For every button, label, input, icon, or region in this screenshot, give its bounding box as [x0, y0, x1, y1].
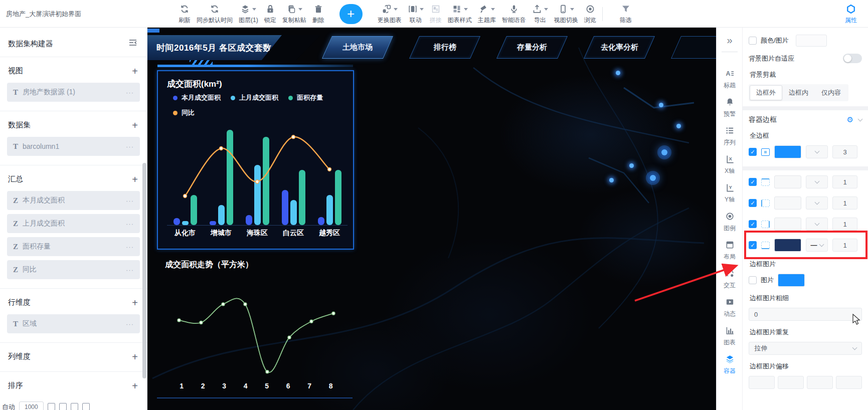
- toolbar-filter-button[interactable]: 筛选: [617, 3, 635, 25]
- dropdown-caret-icon[interactable]: [252, 8, 256, 13]
- toolbar-preview-button[interactable]: 浏览: [581, 3, 599, 25]
- toolbar-lock-button[interactable]: 锁定: [261, 3, 279, 25]
- sidebar-collapse-icon[interactable]: [128, 38, 138, 50]
- border-color-swatch[interactable]: [774, 239, 801, 252]
- field-menu-button[interactable]: ···: [126, 220, 134, 228]
- panel-nav-alert[interactable]: 预警: [717, 97, 743, 118]
- section-add-button[interactable]: +: [132, 175, 138, 183]
- toolbar-layers-button[interactable]: 图层(1): [236, 3, 261, 25]
- dropdown-caret-icon[interactable]: [544, 8, 548, 13]
- field-pill[interactable]: Z本月成交面积···: [7, 191, 140, 210]
- toolbar-smart-voice-button[interactable]: 智能语音: [499, 3, 529, 25]
- legend-item[interactable]: 同比: [173, 108, 195, 117]
- panel-collapse-button[interactable]: »: [717, 35, 743, 46]
- panel-nav-legend[interactable]: 图例: [717, 212, 743, 233]
- gear-icon[interactable]: ⚙: [847, 115, 853, 124]
- section-add-button[interactable]: +: [132, 382, 138, 390]
- panel-nav-title[interactable]: A标题: [717, 69, 743, 90]
- container-border-header[interactable]: 容器边框 ⚙: [749, 115, 862, 124]
- panel-nav-layout[interactable]: 布局: [717, 240, 743, 261]
- border-style-select[interactable]: [806, 175, 828, 188]
- border-checkbox[interactable]: ✓: [749, 148, 757, 156]
- chevron-down-icon[interactable]: [858, 117, 863, 122]
- toolbar-export-button[interactable]: 导出: [529, 3, 551, 25]
- dropdown-caret-icon[interactable]: [464, 8, 468, 13]
- toolbar-copy-paste-button[interactable]: 复制粘贴: [279, 3, 309, 25]
- field-menu-button[interactable]: ···: [126, 320, 134, 328]
- field-pill[interactable]: Z面积存量···: [7, 237, 140, 256]
- border-checkbox[interactable]: ✓: [749, 241, 757, 249]
- legend-item[interactable]: 面积存量: [288, 93, 323, 102]
- toolbar-view-switch-button[interactable]: 视图切换: [551, 3, 581, 25]
- legend-item[interactable]: 上月成交面积: [231, 93, 278, 102]
- toolbar-refresh-button[interactable]: 刷新: [176, 3, 194, 25]
- add-chart-button[interactable]: +: [339, 4, 363, 24]
- toolbar-linkage-button[interactable]: 联动: [405, 3, 427, 25]
- field-menu-button[interactable]: ···: [126, 243, 134, 251]
- offset-input[interactable]: [807, 376, 833, 389]
- offset-input[interactable]: [749, 376, 775, 389]
- dashboard-tab-土地市场[interactable]: 土地市场: [322, 36, 393, 59]
- field-pill[interactable]: Z同比···: [7, 260, 140, 279]
- toolbar-sync-time-button[interactable]: 同步默认时间: [194, 3, 236, 25]
- dashboard-canvas[interactable]: 时间2016年5月 各区成交套数 土地市场排行榜存量分析去化率分析 成交面积(k…: [147, 28, 716, 410]
- footer-icon[interactable]: [48, 403, 55, 410]
- border-width-input[interactable]: 1: [832, 175, 857, 188]
- legend-item[interactable]: 本月成交面积: [173, 93, 221, 102]
- footer-icon[interactable]: [59, 403, 67, 410]
- border-image-repeat-select[interactable]: 拉伸: [749, 342, 862, 355]
- footer-icon[interactable]: [71, 403, 78, 410]
- panel-nav-container[interactable]: 容器: [717, 354, 743, 375]
- section-add-button[interactable]: +: [132, 353, 138, 361]
- toolbar-theme-lib-button[interactable]: 主题库: [475, 3, 499, 25]
- field-pill[interactable]: T区域···: [7, 314, 140, 333]
- field-menu-button[interactable]: ···: [126, 266, 134, 274]
- dropdown-caret-icon[interactable]: [394, 8, 398, 13]
- offset-input[interactable]: [836, 376, 862, 389]
- panel-nav-interact[interactable]: 交互: [717, 269, 743, 290]
- border-color-swatch[interactable]: [774, 218, 801, 231]
- border-checkbox[interactable]: ✓: [749, 220, 757, 228]
- toolbar-delete-button[interactable]: 删除: [309, 3, 327, 25]
- border-checkbox[interactable]: ✓: [749, 178, 757, 186]
- row-limit-input[interactable]: 1000: [19, 401, 44, 410]
- dashboard-tab-存量分析[interactable]: 存量分析: [496, 36, 568, 59]
- toolbar-props-button[interactable]: 属性: [842, 3, 860, 25]
- section-add-button[interactable]: +: [132, 121, 138, 129]
- border-color-swatch[interactable]: [774, 175, 801, 188]
- dropdown-caret-icon[interactable]: [491, 8, 495, 13]
- panel-nav-yaxis[interactable]: YY轴: [717, 183, 743, 204]
- field-menu-button[interactable]: ···: [126, 197, 134, 204]
- border-width-input[interactable]: 1: [832, 218, 857, 231]
- border-style-select[interactable]: [806, 218, 828, 231]
- border-color-swatch[interactable]: [774, 145, 801, 158]
- border-width-input[interactable]: 1: [832, 239, 857, 252]
- toolbar-chart-style-button[interactable]: 图表样式: [445, 3, 475, 25]
- bg-adapt-toggle[interactable]: [843, 54, 862, 63]
- border-checkbox[interactable]: ✓: [749, 199, 757, 207]
- field-pill[interactable]: T房地产数据源 (1)···: [7, 83, 140, 102]
- field-menu-button[interactable]: ···: [126, 143, 134, 150]
- border-color-swatch[interactable]: [774, 196, 801, 210]
- border-image-width-input[interactable]: 0: [749, 308, 862, 321]
- bg-clip-option-仅内容[interactable]: 仅内容: [815, 85, 847, 100]
- panel-nav-dynamic[interactable]: 动态: [717, 297, 743, 318]
- panel-nav-xaxis[interactable]: XX轴: [717, 154, 743, 175]
- bar-chart-panel[interactable]: 成交面积(km²) 本月成交面积上月成交面积面积存量同比 从化市增城市海珠区白云…: [157, 70, 354, 250]
- image-color-swatch[interactable]: [778, 274, 805, 287]
- dashboard-tab-排行榜[interactable]: 排行榜: [409, 36, 480, 59]
- section-add-button[interactable]: +: [132, 67, 138, 75]
- border-style-select[interactable]: [806, 196, 828, 210]
- field-menu-button[interactable]: ···: [126, 89, 134, 96]
- section-add-button[interactable]: +: [132, 299, 138, 307]
- border-width-input[interactable]: 3: [832, 145, 857, 158]
- offset-input[interactable]: [778, 376, 804, 389]
- border-style-select[interactable]: [806, 145, 828, 158]
- field-pill[interactable]: Tbarcolumn1···: [7, 137, 140, 156]
- border-width-input[interactable]: 1: [832, 196, 857, 210]
- panel-nav-chart[interactable]: 图表: [717, 326, 743, 347]
- dropdown-caret-icon[interactable]: [570, 8, 574, 13]
- bg-clip-option-边框外[interactable]: 边框外: [750, 85, 782, 100]
- toolbar-change-chart-button[interactable]: 更换图表: [375, 3, 405, 25]
- color-image-input[interactable]: [796, 35, 827, 47]
